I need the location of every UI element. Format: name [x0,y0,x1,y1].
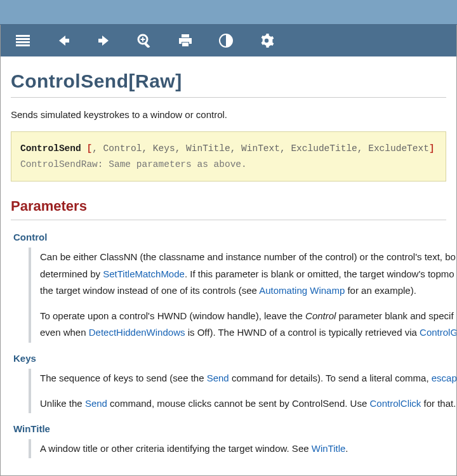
param-name-keys: Keys [13,353,446,364]
divider [11,220,446,220]
link-send[interactable]: Send [207,373,229,383]
param-block-keys: The sequence of keys to send (see the Se… [29,369,446,414]
para: even when DetectHiddenWindows is Off). T… [40,324,446,341]
para: The sequence of keys to send (see the Se… [40,370,446,387]
toolbar [1,25,456,56]
svg-rect-0 [16,35,30,37]
syntax-close-bracket: ] [429,143,435,154]
link-settitlematchmode[interactable]: SetTitleMatchMode [103,268,185,279]
para: A window title or other criteria identif… [40,440,446,457]
italic-control: Control [305,310,336,321]
syntax-open-bracket: [ [81,143,92,154]
forward-icon[interactable] [95,31,114,50]
para: Can be either ClassNN (the classname and… [40,249,446,265]
link-wintitle[interactable]: WinTitle [312,443,346,454]
contrast-icon[interactable] [216,31,235,50]
para: Unlike the Send command, mouse clicks ca… [40,395,446,412]
svg-rect-12 [182,43,189,46]
param-block-wintitle: A window title or other criteria identif… [29,439,446,458]
para: determined by SetTitleMatchMode. If this… [40,266,446,282]
syntax-line-2: ControlSendRaw: Same parameters as above… [20,157,437,173]
window-titlebar [0,0,457,25]
zoom-icon[interactable] [135,31,154,50]
page-title: ControlSend[Raw] [11,70,446,92]
link-controlclick[interactable]: ControlClick [369,398,421,409]
svg-point-14 [265,39,268,43]
param-name-wintitle: WinTitle [13,423,446,434]
svg-rect-7 [142,37,143,42]
menu-icon[interactable] [13,31,32,50]
syntax-args: , Control, Keys, WinTitle, WinText, Excl… [92,143,429,154]
divider [11,97,446,98]
syntax-line-1: ControlSend [, Control, Keys, WinTitle, … [20,141,437,157]
link-detecthiddenwindows[interactable]: DetectHiddenWindows [89,327,185,338]
syntax-cmd: ControlSend [20,143,81,154]
param-block-control: Can be either ClassNN (the classname and… [29,248,446,342]
print-icon[interactable] [176,31,195,50]
param-name-control: Control [13,232,446,242]
link-send-2[interactable]: Send [85,398,107,409]
link-automating-winamp[interactable]: Automating Winamp [259,285,345,296]
svg-rect-1 [16,38,30,40]
svg-rect-8 [182,34,189,37]
gear-icon[interactable] [257,31,276,50]
svg-rect-2 [16,41,30,43]
section-heading-parameters: Parameters [11,198,446,215]
lead-text: Sends simulated keystrokes to a window o… [11,109,446,120]
svg-rect-3 [16,44,30,46]
syntax-box: ControlSend [, Control, Keys, WinTitle, … [11,131,446,182]
link-escape[interactable]: escap [432,373,457,383]
page-frame: ControlSend[Raw] Sends simulated keystro… [0,25,457,476]
para: the target window instead of one of its … [40,282,446,299]
para: To operate upon a control's HWND (window… [40,308,446,324]
back-icon[interactable] [54,31,73,50]
content: ControlSend[Raw] Sends simulated keystro… [1,56,456,458]
link-controlget[interactable]: ControlG [420,327,457,338]
